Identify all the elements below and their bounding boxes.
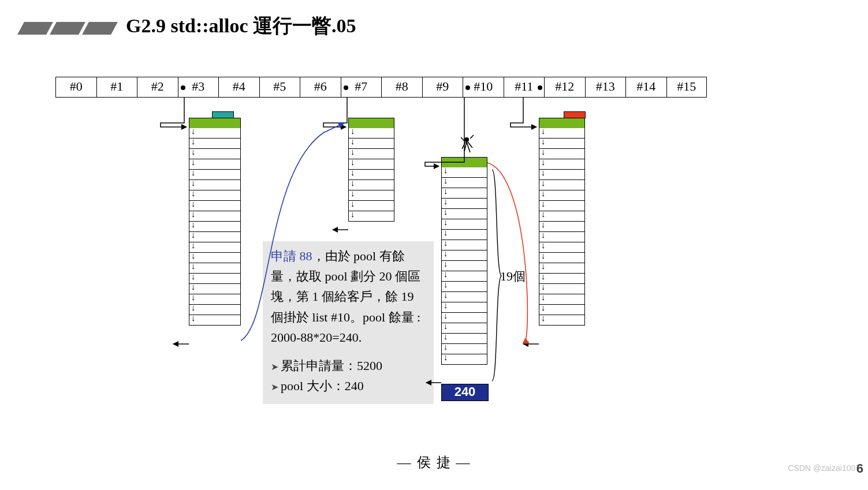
free-block: ↓ — [441, 292, 487, 302]
down-arrow-icon: ↓ — [444, 249, 448, 258]
free-block: ↓ — [189, 232, 241, 242]
free-block: ↓ — [189, 201, 241, 211]
down-arrow-icon: ↓ — [351, 179, 355, 188]
free-block: ↓ — [441, 271, 487, 282]
link-11 — [511, 97, 537, 127]
free-block: ↓ — [189, 159, 241, 170]
down-arrow-icon: ↓ — [191, 210, 196, 219]
bucket-10: #10 — [463, 77, 504, 98]
down-arrow-icon: ↓ — [444, 197, 448, 206]
allocated-block — [441, 157, 487, 167]
bucket-4: #4 — [218, 77, 259, 98]
bucket-dot — [465, 85, 470, 90]
down-arrow-icon: ↓ — [444, 208, 448, 216]
down-arrow-icon: ↓ — [191, 148, 196, 156]
bucket-15: #15 — [666, 77, 707, 98]
free-block: ↓ — [189, 149, 241, 159]
down-arrow-icon: ↓ — [191, 304, 196, 312]
bucket-7: #7 — [341, 77, 382, 98]
free-block: ↓ — [441, 344, 487, 354]
down-arrow-icon: ↓ — [541, 169, 546, 177]
down-arrow-icon: ↓ — [541, 210, 546, 219]
down-arrow-icon: ↓ — [191, 200, 196, 208]
request-word: 申請 — [271, 249, 300, 263]
free-block: ↓ — [441, 302, 487, 313]
down-arrow-icon: ↓ — [191, 169, 196, 177]
free-block: ↓ — [441, 354, 487, 365]
free-block: ↓ — [441, 250, 487, 261]
free-block: ↓ — [189, 211, 241, 222]
connectors — [0, 0, 868, 490]
count-19-label: 19個 — [500, 268, 526, 285]
free-block: ↓ — [348, 128, 394, 139]
person-icon — [461, 135, 474, 152]
free-block: ↓ — [539, 211, 585, 222]
free-block: ↓ — [189, 274, 241, 284]
down-arrow-icon: ↓ — [191, 231, 196, 240]
free-block: ↓ — [441, 230, 487, 240]
down-arrow-icon: ↓ — [191, 262, 196, 271]
stack-bucket-7: ↓↓↓↓↓↓↓↓↓ — [348, 118, 394, 222]
free-block: ↓ — [441, 188, 487, 199]
down-arrow-icon: ↓ — [541, 137, 546, 146]
stack-bucket-3: ↓↓↓↓↓↓↓↓↓↓↓↓↓↓↓↓↓↓↓ — [189, 118, 241, 326]
allocated-block — [189, 118, 241, 128]
down-arrow-icon: ↓ — [191, 158, 196, 167]
down-arrow-icon: ↓ — [444, 260, 448, 268]
down-arrow-icon: ↓ — [541, 220, 546, 229]
stack-bucket-11: ↓↓↓↓↓↓↓↓↓↓↓↓↓↓↓↓↓↓↓ — [539, 118, 585, 326]
free-block: ↓ — [348, 170, 394, 180]
free-block: ↓ — [441, 261, 487, 271]
allocated-block — [348, 118, 394, 128]
down-arrow-icon: ↓ — [351, 148, 355, 156]
free-block: ↓ — [441, 313, 487, 323]
free-block: ↓ — [539, 253, 585, 263]
page-number: 6 — [856, 461, 863, 476]
down-arrow-icon: ↓ — [541, 179, 546, 188]
bucket-5: #5 — [259, 77, 300, 98]
down-arrow-icon: ↓ — [191, 220, 196, 229]
stat-pool-size: pool 大小：240 — [271, 376, 426, 396]
decor-stripes — [21, 22, 114, 35]
bucket-12: #12 — [544, 77, 585, 98]
free-block: ↓ — [189, 263, 241, 274]
free-block: ↓ — [539, 263, 585, 274]
link-3 — [161, 97, 187, 127]
down-arrow-icon: ↓ — [541, 148, 546, 156]
free-block: ↓ — [539, 128, 585, 139]
down-arrow-icon: ↓ — [444, 353, 448, 362]
down-arrow-icon: ↓ — [351, 137, 355, 146]
bucket-2: #2 — [137, 77, 178, 98]
stack-bucket-10: ↓↓↓↓↓↓↓↓↓↓↓↓↓↓↓↓↓↓↓ — [441, 157, 487, 365]
down-arrow-icon: ↓ — [191, 252, 196, 260]
stripe — [50, 22, 85, 35]
footer-author: — 侯 捷 — — [0, 453, 868, 472]
down-arrow-icon: ↓ — [541, 241, 546, 250]
bucket-dot — [344, 85, 348, 90]
down-arrow-icon: ↓ — [541, 127, 546, 136]
down-arrow-icon: ↓ — [444, 312, 448, 320]
bucket-8: #8 — [381, 77, 422, 98]
free-block: ↓ — [441, 178, 487, 188]
free-block: ↓ — [189, 190, 241, 201]
free-block: ↓ — [539, 201, 585, 211]
free-block: ↓ — [189, 128, 241, 139]
free-block: ↓ — [348, 149, 394, 159]
down-arrow-icon: ↓ — [444, 291, 448, 300]
bucket-1: #1 — [96, 77, 137, 98]
free-block: ↓ — [348, 211, 394, 222]
down-arrow-icon: ↓ — [541, 293, 546, 302]
down-arrow-icon: ↓ — [541, 189, 546, 198]
free-block: ↓ — [539, 284, 585, 294]
down-arrow-icon: ↓ — [444, 239, 448, 248]
down-arrow-icon: ↓ — [191, 241, 196, 250]
stripe — [82, 22, 118, 35]
down-arrow-icon: ↓ — [191, 189, 196, 198]
allocated-block — [539, 118, 585, 128]
down-arrow-icon: ↓ — [191, 293, 196, 302]
pool-remaining-badge: 240 — [441, 384, 489, 401]
free-block: ↓ — [189, 315, 241, 326]
down-arrow-icon: ↓ — [541, 200, 546, 208]
free-block: ↓ — [348, 180, 394, 190]
free-block: ↓ — [189, 139, 241, 149]
